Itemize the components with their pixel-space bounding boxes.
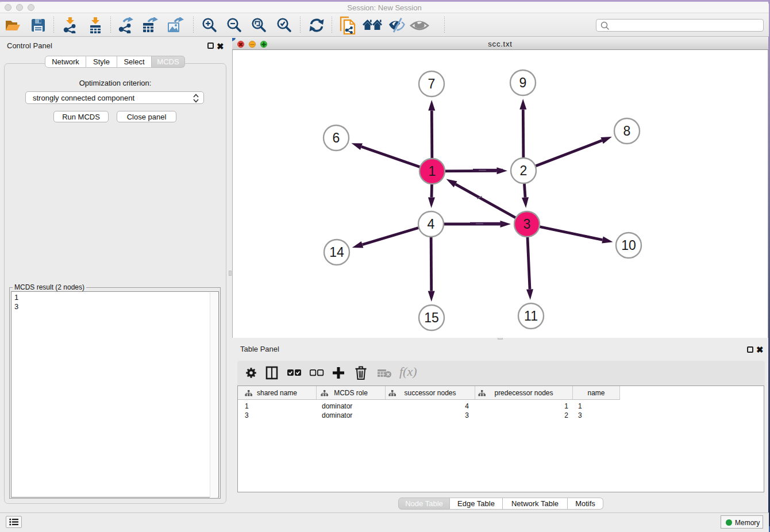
svg-text:1: 1 [429, 164, 436, 179]
svg-text:9: 9 [519, 75, 527, 90]
svg-text:4: 4 [428, 217, 435, 232]
svg-text:14: 14 [329, 245, 344, 260]
svg-text:3: 3 [523, 217, 531, 232]
svg-text:10: 10 [621, 238, 636, 253]
svg-text:6: 6 [333, 130, 340, 145]
svg-text:8: 8 [623, 124, 631, 138]
svg-text:2: 2 [520, 163, 528, 178]
svg-text:15: 15 [424, 310, 439, 325]
svg-text:7: 7 [428, 76, 436, 91]
svg-text:11: 11 [524, 309, 538, 323]
